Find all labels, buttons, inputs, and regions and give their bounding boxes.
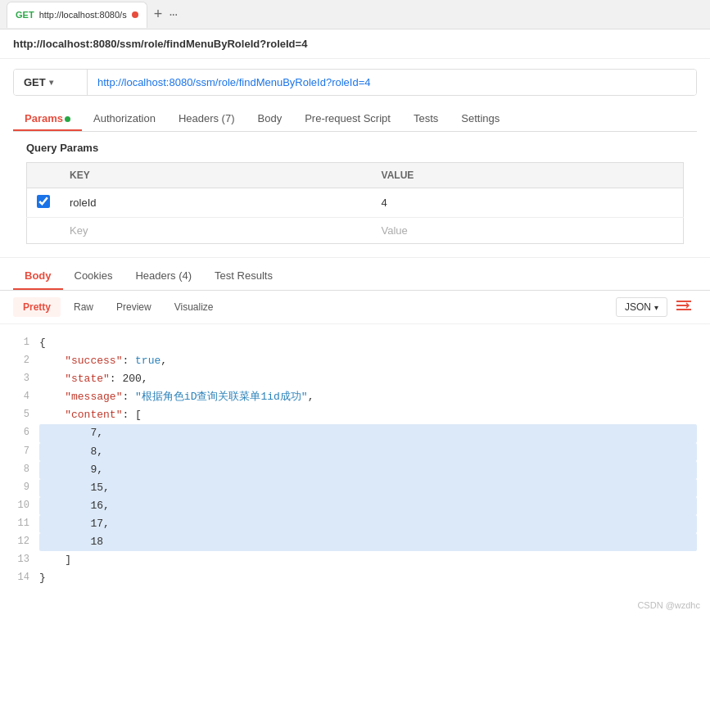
tab-params-label: Params [25,112,63,124]
format-type-label: JSON [625,301,651,313]
tab-body-label: Body [258,112,283,124]
json-code-area: 1 { 2 "success": true, 3 "state": 200, 4… [0,324,710,597]
code-line-5: 5 "content": [ [13,406,697,424]
param-row-empty: Key Value [27,218,684,244]
format-preview[interactable]: Preview [106,297,161,317]
tab-tests-label: Tests [414,112,438,124]
resp-tab-headers[interactable]: Headers (4) [124,261,203,290]
browser-tab[interactable]: GET http://localhost:8080/s [7,2,147,28]
chevron-down-icon: ▾ [654,303,658,312]
tab-tests[interactable]: Tests [402,106,450,131]
code-line-6: 6 7, [13,424,697,442]
watermark: CSDN @wzdhc [0,597,710,613]
params-section: Query Params KEY VALUE roleId 4 Key [13,132,697,254]
key-header: KEY [60,163,372,188]
resp-tab-body[interactable]: Body [13,261,63,290]
chevron-down-icon: ▾ [49,78,53,87]
wrap-text-icon[interactable] [671,296,697,319]
format-raw[interactable]: Raw [64,297,103,317]
code-line-12: 12 18 [13,533,697,551]
code-line-9: 9 15, [13,479,697,497]
tab-prerequest-label: Pre-request Script [305,112,391,124]
response-tabs: Body Cookies Headers (4) Test Results [0,261,710,291]
param-key-placeholder[interactable]: Key [70,224,88,237]
code-line-3: 3 "state": 200, [13,370,697,388]
format-type-select[interactable]: JSON ▾ [616,297,667,317]
url-input[interactable] [88,70,696,95]
tab-prerequest[interactable]: Pre-request Script [293,106,402,131]
method-select[interactable]: GET ▾ [14,70,88,95]
code-line-13: 13 ] [13,551,697,569]
url-bar: http://localhost:8080/ssm/role/findMenuB… [0,29,710,59]
param-value-roleid: 4 [382,197,387,209]
tab-headers[interactable]: Headers (7) [167,106,246,131]
tab-authorization-label: Authorization [93,112,156,124]
param-checkbox-roleid[interactable] [37,195,50,208]
code-line-10: 10 16, [13,497,697,515]
tab-headers-label: Headers (7) [179,112,235,124]
format-visualize[interactable]: Visualize [165,297,224,317]
param-value-placeholder[interactable]: Value [382,224,408,237]
response-toolbar: Pretty Raw Preview Visualize JSON ▾ [0,291,710,324]
request-section: GET ▾ Params Authorization Headers (7) B… [0,59,710,254]
tab-params[interactable]: Params [13,106,82,131]
method-url-row: GET ▾ [13,69,697,96]
code-line-8: 8 9, [13,461,697,479]
query-params-title: Query Params [26,142,684,154]
code-line-14: 14 } [13,569,697,587]
format-pretty[interactable]: Pretty [13,297,61,317]
tab-settings[interactable]: Settings [450,106,511,131]
code-line-11: 11 17, [13,515,697,533]
resp-tab-cookies[interactable]: Cookies [63,261,124,290]
params-table: KEY VALUE roleId 4 Key Value [26,162,684,244]
more-tabs-button[interactable]: ··· [169,7,177,22]
code-line-2: 2 "success": true, [13,352,697,370]
param-row-roleid: roleId 4 [27,188,684,218]
code-line-7: 7 8, [13,443,697,461]
tab-settings-label: Settings [461,112,500,124]
param-key-roleid: roleId [70,197,97,209]
new-tab-button[interactable]: + [151,6,166,23]
method-label: GET [24,76,46,88]
value-header: VALUE [372,163,684,188]
request-tabs: Params Authorization Headers (7) Body Pr… [13,106,697,132]
response-section: Body Cookies Headers (4) Test Results Pr… [0,261,710,597]
tab-url: http://localhost:8080/s [39,10,127,20]
tab-bar: GET http://localhost:8080/s + ··· [0,0,710,29]
current-url: http://localhost:8080/ssm/role/findMenuB… [13,38,307,50]
section-divider [0,257,710,258]
tab-method: GET [16,10,34,20]
params-dot [65,116,70,122]
resp-tab-test-results[interactable]: Test Results [203,261,284,290]
code-line-4: 4 "message": "根据角色iD查询关联菜单1id成功", [13,388,697,406]
code-line-1: 1 { [13,334,697,352]
tab-authorization[interactable]: Authorization [82,106,167,131]
tab-body[interactable]: Body [246,106,294,131]
tab-status-dot [132,11,138,18]
check-header [27,163,61,188]
